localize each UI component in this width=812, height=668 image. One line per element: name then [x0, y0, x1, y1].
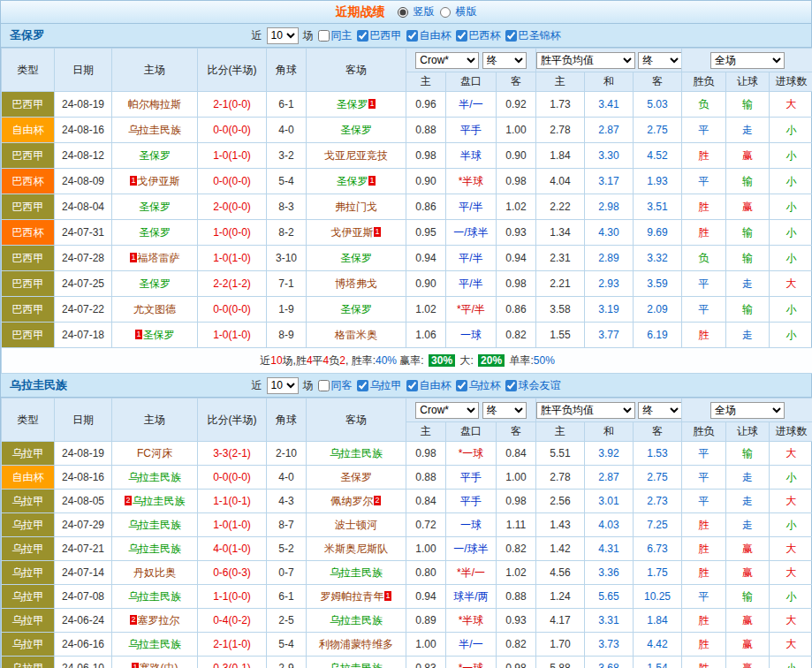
team-name-link[interactable]: 乌拉圭民族: [128, 590, 181, 603]
summary-text: 负: [329, 354, 339, 367]
odds-source-select[interactable]: Crow*: [415, 52, 479, 69]
team-name-link[interactable]: 波士顿河: [335, 519, 377, 531]
league-filter-1[interactable]: 自由杯: [406, 378, 452, 393]
team-name-link[interactable]: 乌拉圭民族: [128, 471, 181, 483]
team-name-link[interactable]: 乌拉圭民族: [128, 543, 181, 555]
match-result: 平: [682, 271, 726, 297]
same-venue-checkbox[interactable]: [318, 30, 330, 42]
league-filter-0[interactable]: 巴西甲: [357, 28, 402, 43]
scope-select[interactable]: 全场: [710, 52, 785, 69]
red-card-badge: 1: [130, 176, 136, 186]
team-name-link[interactable]: 乌拉圭民族: [128, 519, 181, 531]
team-name-link[interactable]: 圣保罗: [139, 201, 171, 213]
vertical-layout-radio[interactable]: [398, 7, 408, 18]
team-name-link[interactable]: 乌拉圭民族: [330, 614, 383, 626]
match-score: 0-0(0-0): [198, 297, 267, 323]
team-name-link[interactable]: 圣保罗: [139, 226, 171, 239]
team-name-link[interactable]: 戈亚尼亚竞技: [324, 149, 388, 162]
match-row: 乌拉甲24-07-08乌拉圭民族1-1(0-0)6-1罗姆帕拉青年10.94球半…: [2, 585, 812, 609]
handicap-line: 一/球半: [446, 537, 497, 561]
team-name-link[interactable]: 佩纳罗尔: [330, 495, 373, 507]
team-name-link[interactable]: 圣保罗: [139, 277, 171, 290]
avg-source-select[interactable]: 胜平负均值: [536, 402, 635, 419]
avg-final-select[interactable]: 终: [638, 402, 681, 419]
league-filter-3[interactable]: 巴圣锦杯: [505, 28, 561, 43]
league-checkbox[interactable]: [406, 30, 418, 42]
team-name-link[interactable]: 帕尔梅拉斯: [128, 98, 181, 110]
vertical-layout-label[interactable]: 竖版: [414, 4, 435, 19]
same-venue-filter[interactable]: 同客: [318, 378, 353, 393]
corner-score: 4-0: [267, 118, 307, 143]
team-name-link[interactable]: 利物浦蒙特维多: [319, 638, 393, 650]
team-name-link[interactable]: 罗姆帕拉青年: [320, 590, 383, 603]
team-name-link[interactable]: 乌拉圭民族: [128, 124, 181, 136]
team-cell: 圣保罗: [112, 194, 198, 220]
topbar: 近期战绩 竖版 横版: [1, 0, 811, 24]
team-name-link[interactable]: 圣保罗: [336, 175, 368, 187]
team-name-link[interactable]: 格雷米奥: [335, 329, 377, 341]
same-venue-checkbox[interactable]: [318, 380, 330, 391]
horizontal-layout-radio[interactable]: [440, 7, 451, 18]
red-card-badge: 1: [132, 663, 138, 668]
odds-source-select[interactable]: Crow*: [415, 402, 479, 419]
team-name-link[interactable]: 丹奴比奥: [133, 566, 176, 579]
team-name-link[interactable]: 圣保罗: [336, 98, 368, 110]
odds-final-select[interactable]: 终: [482, 402, 527, 419]
odds-final-select[interactable]: 终: [482, 52, 527, 69]
league-filter-2[interactable]: 乌拉杯: [456, 378, 501, 393]
recent-count-select[interactable]: 10: [267, 27, 299, 44]
league-checkbox[interactable]: [505, 30, 517, 42]
match-result: 负: [682, 246, 726, 271]
handicap-result: 赢: [726, 143, 770, 169]
team-name-link[interactable]: 圣保罗: [340, 124, 372, 136]
team-name-link[interactable]: 乌拉圭民族: [133, 495, 186, 507]
league-checkbox[interactable]: [357, 380, 368, 391]
team-name-link[interactable]: 塞罗拉尔: [138, 614, 180, 626]
team-name-link[interactable]: 圣保罗: [340, 252, 372, 264]
league-checkbox[interactable]: [357, 30, 368, 42]
league-checkbox[interactable]: [505, 380, 517, 391]
league-filter-2[interactable]: 巴西杯: [456, 28, 501, 43]
league-checkbox[interactable]: [406, 380, 418, 391]
team-name-link[interactable]: 塞路(中): [140, 662, 178, 668]
team-name-link[interactable]: 乌拉圭民族: [330, 447, 383, 459]
team-name-link[interactable]: 福塔雷萨: [138, 252, 180, 264]
team-name-link[interactable]: 圣保罗: [340, 471, 372, 483]
team-name-link[interactable]: 乌拉圭民族: [330, 566, 383, 579]
team-name-link[interactable]: 乌拉圭民族: [128, 638, 181, 650]
team-name-link[interactable]: 圣保罗: [139, 149, 171, 162]
same-venue-filter[interactable]: 同主: [318, 28, 353, 43]
team-name-link[interactable]: 乌拉圭民族: [330, 662, 383, 668]
league-filter-1[interactable]: 自由杯: [406, 28, 452, 43]
league-checkbox[interactable]: [456, 30, 467, 42]
league-filter-3[interactable]: 球会友谊: [505, 378, 561, 393]
goals-result: 大: [770, 561, 812, 585]
team-name-link[interactable]: 米斯奥尼斯队: [324, 543, 388, 555]
red-card-badge: 2: [130, 615, 136, 625]
league-checkbox[interactable]: [456, 380, 467, 391]
avg-source-select[interactable]: 胜平负均值: [536, 52, 635, 69]
goals-result: 小: [770, 194, 812, 220]
recent-count-select[interactable]: 10: [267, 377, 299, 394]
team-name-link[interactable]: 博塔弗戈: [335, 277, 377, 290]
team-name-link[interactable]: FC河床: [137, 447, 172, 459]
team-name-link[interactable]: 尤文图德: [133, 303, 176, 315]
horizontal-layout-label[interactable]: 横版: [456, 4, 477, 19]
league-type-badge: 乌拉甲: [2, 609, 55, 633]
team-name-link[interactable]: 弗拉门戈: [335, 201, 377, 213]
league-filter-0[interactable]: 乌拉甲: [357, 378, 402, 393]
home-handicap-odds: 1.00: [406, 633, 446, 657]
subcol-home-odds: 主: [406, 72, 446, 92]
team-name-link[interactable]: 圣保罗: [143, 329, 175, 341]
avg-final-select[interactable]: 终: [638, 52, 681, 69]
odds-group-header: Crow* 终: [406, 399, 536, 422]
team-name-link[interactable]: 戈伊亚斯: [330, 226, 373, 239]
team-name-link[interactable]: 圣保罗: [340, 303, 372, 315]
match-score: 2-1(1-0): [198, 633, 267, 657]
league-type-badge: 巴西甲: [2, 246, 55, 271]
scope-select[interactable]: 全场: [710, 402, 785, 419]
handicap-line: 平手: [446, 118, 497, 143]
team-cell: 圣保罗: [112, 143, 198, 169]
matches-table-saopaulo: 类型 日期 主场 比分(半场) 角球 客场 Crow* 终 胜平负均值 终 全场: [1, 48, 812, 374]
team-name-link[interactable]: 戈伊亚斯: [138, 175, 180, 187]
